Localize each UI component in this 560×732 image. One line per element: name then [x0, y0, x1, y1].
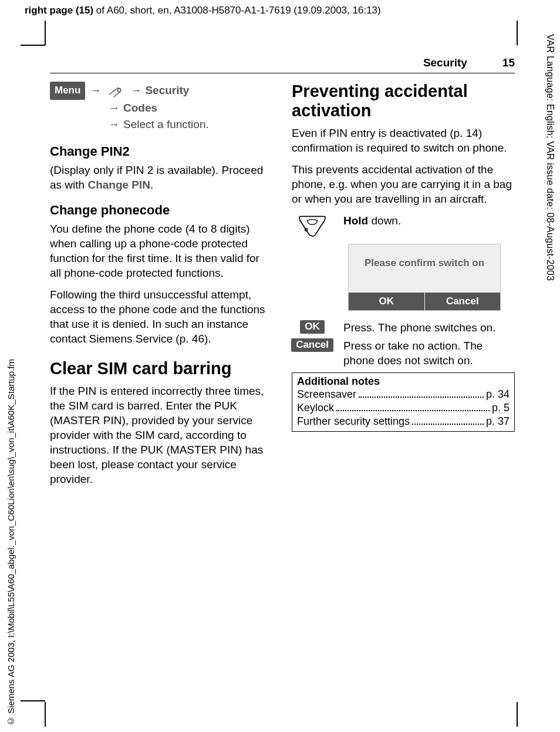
- notes-header: Additional notes: [292, 373, 514, 388]
- para-prevent-1: Even if PIN entry is deactivated (p. 14)…: [292, 126, 515, 155]
- hold-row: Hold down.: [292, 213, 515, 238]
- wrench-icon: [107, 85, 123, 96]
- note-label: Further security settings: [297, 415, 410, 428]
- page-body: Security 15 Menu → → Security → Codes: [50, 56, 515, 493]
- para-prevent-2: This prevents accidental activation of t…: [292, 162, 515, 206]
- heading-change-phonecode: Change phonecode: [50, 203, 273, 218]
- heading-clear-sim: Clear SIM card barring: [50, 359, 273, 378]
- note-page: p. 37: [486, 415, 510, 428]
- top-meta-bold: right page (15): [25, 5, 93, 16]
- additional-notes-box: Additional notes Screensaver p. 34 Keylo…: [292, 372, 515, 432]
- heading-change-pin2: Change PIN2: [50, 144, 273, 159]
- top-meta-rest: of A60, short, en, A31008-H5870-A1-1-761…: [93, 5, 381, 16]
- running-head-page: 15: [502, 56, 515, 69]
- running-head-section: Security: [423, 56, 467, 69]
- para-clear-sim: If the PIN is entered incorrectly three …: [50, 384, 273, 487]
- crop-mark: [45, 702, 46, 727]
- cancel-text: Press or take no action. The phone does …: [343, 338, 515, 368]
- para-phonecode-2: Following the third unsuccessful attempt…: [50, 287, 273, 346]
- nav-security: Security: [145, 82, 189, 99]
- crop-mark: [21, 45, 45, 46]
- crop-mark: [517, 21, 518, 45]
- text: .: [150, 179, 153, 191]
- nav-codes: Codes: [123, 100, 157, 117]
- dot-leader: [359, 388, 484, 397]
- ok-row: OK Press. The phone switches on.: [292, 320, 515, 335]
- note-label: Keylock: [297, 402, 334, 414]
- crop-mark: [517, 702, 518, 727]
- crop-mark: [21, 700, 45, 701]
- ok-text: Press. The phone switches on.: [343, 320, 515, 335]
- text-change-pin: Change PIN: [87, 179, 150, 191]
- screen-message: Please confirm switch on: [349, 244, 500, 293]
- screen-ok-softkey: OK: [349, 293, 424, 310]
- screen-cancel-softkey: Cancel: [424, 293, 501, 310]
- end-key-icon: [292, 213, 333, 238]
- hold-rest: down.: [368, 214, 401, 227]
- note-label: Screensaver: [297, 388, 356, 401]
- crop-mark: [45, 21, 46, 45]
- left-column: Menu → → Security → Codes → Select a fun…: [50, 82, 273, 493]
- side-meta-left: © Siemens AG 2003, I:\Mobil\L55\A60_abge…: [6, 359, 16, 726]
- arrow-icon: →: [109, 116, 120, 133]
- hold-bold: Hold: [343, 214, 368, 227]
- phone-screen: Please confirm switch on OK Cancel: [348, 244, 501, 311]
- menu-badge: Menu: [50, 82, 85, 100]
- running-head: Security 15: [50, 56, 515, 73]
- dot-leader: [412, 415, 484, 425]
- dot-leader: [336, 402, 490, 411]
- note-row: Screensaver p. 34: [292, 388, 514, 401]
- top-meta: right page (15) of A60, short, en, A3100…: [25, 5, 381, 16]
- right-column: Preventing accidental activation Even if…: [292, 82, 515, 493]
- arrow-icon: →: [109, 100, 120, 117]
- para-change-pin2: (Display only if PIN 2 is available). Pr…: [50, 163, 273, 192]
- arrow-icon: →: [90, 82, 101, 99]
- note-page: p. 5: [492, 402, 510, 414]
- note-row: Further security settings p. 37: [292, 415, 514, 431]
- text: (Display only if PIN 2 is available). Pr…: [50, 164, 263, 191]
- note-row: Keylock p. 5: [292, 402, 514, 415]
- ok-badge: OK: [300, 320, 325, 334]
- nav-select-function: Select a function.: [123, 116, 209, 133]
- heading-preventing: Preventing accidental activation: [292, 82, 515, 121]
- side-meta-right: VAR Language: English; VAR issue date: 0…: [545, 34, 555, 281]
- cancel-badge: Cancel: [291, 338, 333, 352]
- menu-path: Menu → → Security → Codes → Select a fun…: [50, 82, 273, 133]
- arrow-icon: →: [130, 82, 141, 99]
- cancel-row: Cancel Press or take no action. The phon…: [292, 338, 515, 368]
- para-phonecode-1: You define the phone code (4 to 8 digits…: [50, 221, 273, 280]
- note-page: p. 34: [486, 388, 510, 401]
